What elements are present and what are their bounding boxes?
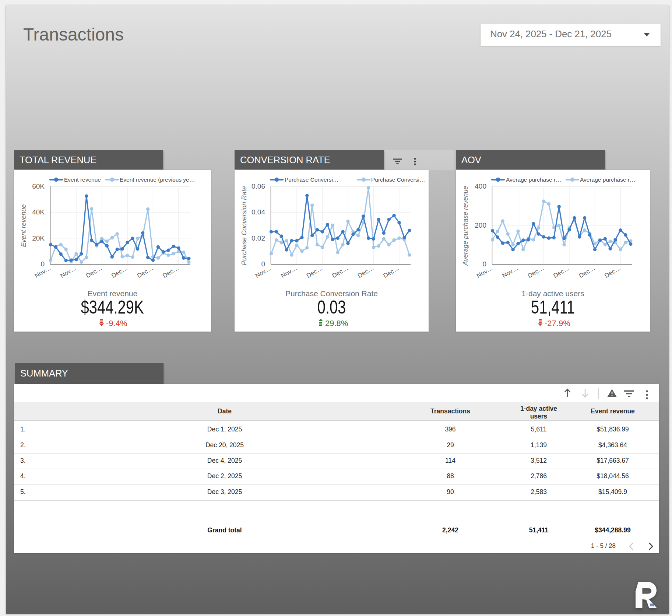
svg-text:Dec…: Dec… xyxy=(552,265,571,279)
svg-text:Average purchase r…: Average purchase r… xyxy=(506,176,562,182)
svg-text:200: 200 xyxy=(475,221,486,229)
svg-text:Dec…: Dec… xyxy=(136,265,154,279)
svg-text:0.02: 0.02 xyxy=(251,234,265,242)
svg-text:Purchase Conversi…: Purchase Conversi… xyxy=(371,176,425,182)
svg-text:Dec…: Dec… xyxy=(527,265,545,279)
svg-text:0.04: 0.04 xyxy=(251,208,265,216)
svg-text:Purchase Conversion Rate: Purchase Conversion Rate xyxy=(240,186,248,265)
svg-text:Average purchase revenue: Average purchase revenue xyxy=(462,186,469,266)
svg-text:Dec…: Dec… xyxy=(356,265,375,279)
svg-text:Dec…: Dec… xyxy=(382,265,401,279)
svg-text:60K: 60K xyxy=(32,182,45,190)
svg-text:0: 0 xyxy=(482,260,486,267)
svg-text:400: 400 xyxy=(475,182,486,190)
svg-text:Dec…: Dec… xyxy=(85,265,103,279)
svg-text:Purchase Conversi…: Purchase Conversi… xyxy=(285,176,338,182)
svg-text:40K: 40K xyxy=(32,208,45,216)
svg-text:0.06: 0.06 xyxy=(251,182,265,190)
svg-text:Dec…: Dec… xyxy=(331,265,349,279)
svg-text:20K: 20K xyxy=(32,234,45,242)
svg-text:Nov…: Nov… xyxy=(501,265,520,279)
svg-text:Dec…: Dec… xyxy=(578,265,596,279)
svg-text:Dec…: Dec… xyxy=(162,265,180,279)
svg-text:Event revenue: Event revenue xyxy=(64,176,101,182)
svg-text:Event revenue (previous ye…: Event revenue (previous ye… xyxy=(120,176,195,182)
svg-text:Nov…: Nov… xyxy=(59,265,78,279)
svg-text:Dec…: Dec… xyxy=(305,265,324,279)
svg-text:Dec…: Dec… xyxy=(110,265,129,279)
svg-text:Event revenue: Event revenue xyxy=(20,204,27,247)
svg-text:Nov…: Nov… xyxy=(280,265,298,279)
svg-text:w: w xyxy=(650,601,655,608)
svg-text:0: 0 xyxy=(41,260,45,267)
svg-text:0: 0 xyxy=(261,260,265,267)
svg-text:Dec…: Dec… xyxy=(604,265,622,279)
svg-text:Average purchase r…: Average purchase r… xyxy=(580,176,636,182)
